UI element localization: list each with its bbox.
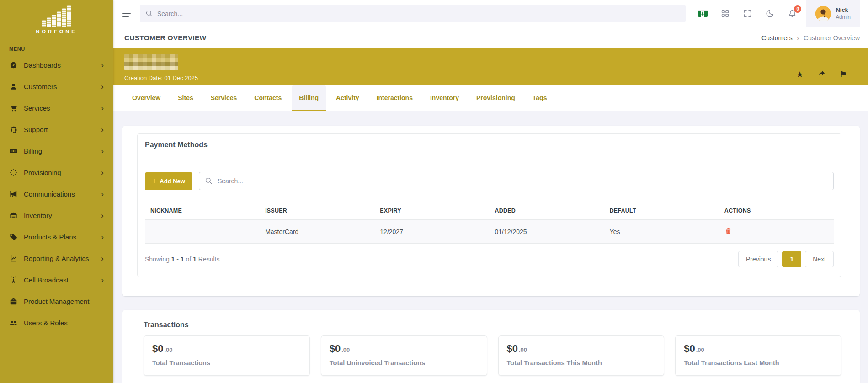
add-new-button[interactable]: + Add New [145,172,192,190]
sidebar-item-label: Reporting & Analytics [24,255,89,262]
favorite-star-icon[interactable]: ★ [796,70,804,79]
tab-content: Payment Methods + Add New [113,111,868,383]
apps-grid-button[interactable] [720,9,730,19]
sidebar-item-label: Support [24,126,48,133]
sidebar-item-communications[interactable]: Communications › [0,183,113,205]
cash-icon [9,147,18,155]
cart-icon [9,104,18,112]
tab-inventory[interactable]: Inventory [423,85,466,111]
topbar-icons: 0 [698,9,797,19]
tab-tags[interactable]: Tags [525,85,554,111]
tab-contacts[interactable]: Contacts [247,85,289,111]
sidebar-item-users-roles[interactable]: Users & Roles [0,312,113,334]
chevron-right-icon: › [101,276,104,284]
column-actions: ACTIONS [719,202,834,220]
tab-services[interactable]: Services [203,85,245,111]
column-nickname: NICKNAME [145,202,260,220]
user-menu[interactable]: Nick Admin [806,0,860,27]
payment-methods-search-input[interactable] [199,172,834,190]
sidebar-item-label: Communications [24,190,75,198]
breadcrumb-customers[interactable]: Customers [761,34,793,42]
headset-icon [9,125,18,134]
topbar: 0 Nick Admin [113,0,868,27]
sidebar-item-label: Inventory [24,212,52,219]
sidebar-item-provisioning[interactable]: Provisioning › [0,162,113,183]
stat-amount: $0 [684,344,695,354]
tab-overview[interactable]: Overview [125,85,168,111]
plus-icon: + [152,177,156,185]
add-new-label: Add New [160,178,185,185]
creation-date: Creation Date: 01 Dec 2025 [124,74,198,81]
customer-banner-info: Creation Date: 01 Dec 2025 [124,54,198,85]
notifications-button[interactable]: 0 [787,9,797,19]
sidebar-item-label: Dashboards [24,61,61,69]
notification-count-badge: 0 [794,5,801,13]
brand-logo[interactable]: NORFONE [0,0,113,34]
stat-cents: .00 [341,346,350,354]
banner-actions: ★ ⚑ [796,63,847,85]
table-footer: Showing 1 - 1 of 1 Results Previous 1 Ne… [145,251,834,267]
avatar [815,6,831,21]
broadcast-icon [9,276,18,284]
chevron-right-icon: › [101,255,104,262]
sidebar-item-product-management[interactable]: Product Management [0,291,113,312]
cell-added: 01/12/2025 [489,220,604,244]
stat-label: Total Transactions Last Month [684,359,833,367]
payment-methods-title: Payment Methods [145,141,208,149]
tab-provisioning[interactable]: Provisioning [469,85,522,111]
payment-methods-section: Payment Methods + Add New [122,126,860,296]
delete-button[interactable] [724,227,732,235]
tab-activity[interactable]: Activity [329,85,367,111]
warehouse-icon [9,211,18,220]
sidebar-item-label: Cell Broadcast [24,276,69,284]
sidebar-item-label: Customers [24,83,57,90]
sidebar-item-inventory[interactable]: Inventory › [0,205,113,226]
tab-interactions[interactable]: Interactions [369,85,420,111]
stat-cents: .00 [696,346,704,354]
sidebar-item-customers[interactable]: Customers › [0,76,113,97]
stat-cents: .00 [519,346,527,354]
flag-icon[interactable]: ⚑ [840,70,847,79]
fullscreen-button[interactable] [742,9,752,19]
stat-label: Total Uninvoiced Transactions [330,359,479,367]
column-default: DEFAULT [604,202,719,220]
language-flag-button[interactable] [698,9,708,19]
results-summary: Showing 1 - 1 of 1 Results [145,255,219,263]
breadcrumb-separator: › [797,35,799,42]
moon-icon [765,9,775,18]
global-search [140,5,686,22]
sidebar-item-support[interactable]: Support › [0,119,113,140]
sidebar-item-dashboards[interactable]: Dashboards › [0,54,113,76]
tab-sites[interactable]: Sites [170,85,200,111]
column-expiry: EXPIRY [374,202,489,220]
sidebar-menu: Dashboards › Customers › Services › Supp… [0,54,113,334]
previous-page-button[interactable]: Previous [738,251,778,267]
cell-issuer: MasterCard [260,220,374,244]
sidebar-item-billing[interactable]: Billing › [0,140,113,162]
next-page-button[interactable]: Next [805,251,834,267]
sidebar-item-products-plans[interactable]: Products & Plans › [0,226,113,248]
megaphone-icon [9,190,18,198]
breadcrumb-current: Customer Overview [804,34,860,42]
pagination: Previous 1 Next [738,251,834,267]
dark-mode-button[interactable] [765,9,775,19]
share-icon[interactable] [817,69,826,80]
sidebar-item-reporting-analytics[interactable]: Reporting & Analytics › [0,248,113,269]
sidebar-item-label: Billing [24,147,42,155]
hamburger-menu-icon[interactable] [122,11,133,17]
page-1-button[interactable]: 1 [782,251,801,267]
table-row: MasterCard 12/2027 01/12/2025 Yes [145,220,834,244]
sidebar-item-cell-broadcast[interactable]: Cell Broadcast › [0,269,113,291]
redacted-customer-name [124,54,178,70]
search-icon [204,176,213,185]
stat-label: Total Transactions [152,359,301,367]
tab-billing[interactable]: Billing [292,85,326,111]
stat-total-uninvoiced-transactions: $0.00 Total Uninvoiced Transactions [321,335,487,376]
global-search-input[interactable] [140,5,686,22]
chevron-right-icon: › [101,61,104,69]
brand-name: NORFONE [36,29,77,34]
sidebar-item-services[interactable]: Services › [0,97,113,119]
column-issuer: ISSUER [260,202,374,220]
stat-cents: .00 [164,346,172,354]
payment-methods-toolbar: + Add New [145,172,834,190]
